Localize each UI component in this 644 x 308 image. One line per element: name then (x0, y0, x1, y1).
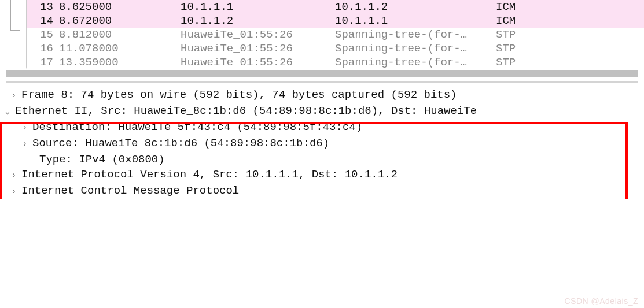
detail-ipv4[interactable]: › Internet Protocol Version 4, Src: 10.1… (0, 167, 644, 183)
col-proto: ICM (496, 14, 525, 27)
col-proto: STP (496, 42, 525, 55)
col-no: 13 (27, 1, 59, 13)
chevron-down-icon[interactable]: ⌄ (0, 105, 15, 118)
col-source: HuaweiTe_01:55:26 (181, 42, 335, 55)
packet-row[interactable]: 17 13.359000 HuaweiTe_01:55:26 Spanning-… (27, 55, 644, 69)
col-time: 8.812000 (59, 28, 181, 41)
col-no: 14 (27, 14, 59, 27)
packet-row[interactable]: 16 11.078000 HuaweiTe_01:55:26 Spanning-… (27, 42, 644, 55)
col-source: HuaweiTe_01:55:26 (181, 28, 335, 41)
packet-row[interactable]: 15 8.812000 HuaweiTe_01:55:26 Spanning-t… (27, 28, 644, 42)
detail-eth-src[interactable]: › Source: HuaweiTe_8c:1b:d6 (54:89:98:8c… (0, 136, 644, 152)
chevron-right-icon[interactable]: › (6, 184, 21, 198)
col-dest: Spanning-tree-(for-… (335, 28, 496, 41)
col-dest: Spanning-tree-(for-… (335, 42, 496, 55)
chevron-right-icon[interactable]: › (6, 168, 21, 182)
col-dest: 10.1.1.2 (335, 1, 496, 13)
packet-row[interactable]: 13 8.625000 10.1.1.1 10.1.1.2 ICM (27, 0, 644, 14)
col-proto: ICM (496, 1, 525, 13)
col-time: 13.359000 (59, 56, 181, 69)
detail-frame[interactable]: › Frame 8: 74 bytes on wire (592 bits), … (0, 87, 644, 103)
eth-src-text: Source: HuaweiTe_8c:1b:d6 (54:89:98:8c:1… (32, 137, 644, 150)
ethernet-text: Ethernet II, Src: HuaweiTe_8c:1b:d6 (54:… (15, 105, 644, 117)
col-source: 10.1.1.1 (181, 1, 335, 13)
detail-icmp[interactable]: › Internet Control Message Protocol (0, 183, 644, 199)
col-no: 17 (27, 56, 59, 69)
col-time: 8.672000 (59, 14, 181, 27)
icmp-text: Internet Control Message Protocol (21, 184, 644, 197)
frame-text: Frame 8: 74 bytes on wire (592 bits), 74… (21, 88, 644, 101)
col-no: 16 (27, 42, 59, 55)
eth-type-text: Type: IPv4 (0x0800) (39, 153, 644, 166)
col-dest: Spanning-tree-(for-… (335, 56, 496, 69)
ipv4-text: Internet Protocol Version 4, Src: 10.1.1… (21, 168, 644, 181)
eth-dest-text: Destination: HuaweiTe_5f:43:c4 (54:89:98… (32, 121, 644, 133)
col-proto: STP (496, 28, 525, 41)
col-source: 10.1.1.2 (181, 14, 335, 27)
detail-ethernet[interactable]: ⌄ Ethernet II, Src: HuaweiTe_8c:1b:d6 (5… (0, 103, 644, 120)
col-no: 15 (27, 28, 59, 41)
detail-eth-type[interactable]: Type: IPv4 (0x0800) (0, 152, 644, 167)
chevron-right-icon[interactable]: › (6, 88, 21, 102)
divider-bar-thin (6, 81, 638, 83)
col-proto: STP (496, 56, 525, 69)
packet-list[interactable]: 13 8.625000 10.1.1.1 10.1.1.2 ICM 14 8.6… (26, 0, 644, 69)
tree-corner-line (10, 0, 20, 31)
col-source: HuaweiTe_01:55:26 (181, 56, 335, 69)
chevron-right-icon[interactable]: › (17, 137, 32, 151)
packet-details-pane: › Frame 8: 74 bytes on wire (592 bits), … (0, 87, 644, 199)
col-time: 8.625000 (59, 1, 181, 13)
col-time: 11.078000 (59, 42, 181, 55)
packet-list-pane: 13 8.625000 10.1.1.1 10.1.1.2 ICM 14 8.6… (0, 0, 644, 69)
divider-section (0, 70, 644, 83)
divider-bar[interactable] (6, 70, 638, 77)
col-dest: 10.1.1.1 (335, 14, 496, 27)
packet-row[interactable]: 14 8.672000 10.1.1.2 10.1.1.1 ICM (27, 14, 644, 28)
chevron-right-icon[interactable]: › (17, 121, 32, 135)
detail-eth-dest[interactable]: › Destination: HuaweiTe_5f:43:c4 (54:89:… (0, 120, 644, 136)
